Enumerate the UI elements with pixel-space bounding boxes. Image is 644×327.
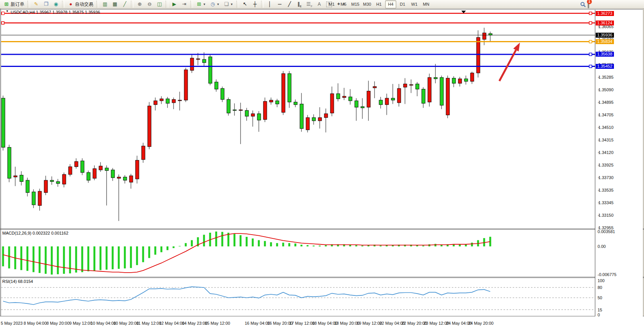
timeframe-button-h4[interactable]: H4: [385, 0, 396, 8]
candle[interactable]: [385, 98, 389, 105]
candle[interactable]: [142, 146, 145, 160]
candle[interactable]: [196, 59, 200, 60]
timeframe-button-m15[interactable]: M15: [350, 0, 361, 8]
candle[interactable]: [38, 191, 41, 205]
candle[interactable]: [239, 110, 242, 111]
candle[interactable]: [233, 110, 236, 111]
candle[interactable]: [184, 70, 188, 100]
candle[interactable]: [190, 58, 194, 70]
candle[interactable]: [75, 162, 78, 167]
candle[interactable]: [391, 98, 395, 100]
candle[interactable]: [154, 101, 157, 105]
candle[interactable]: [282, 74, 285, 113]
candle[interactable]: [288, 74, 291, 102]
cursor-button[interactable]: ↖: [241, 0, 250, 8]
zoom-in-button[interactable]: ⊕: [135, 0, 144, 8]
candle[interactable]: [263, 102, 267, 120]
candle[interactable]: [276, 101, 279, 104]
candle[interactable]: [269, 100, 273, 102]
candle[interactable]: [312, 117, 316, 121]
candle[interactable]: [397, 89, 401, 103]
candle[interactable]: [172, 100, 175, 103]
candle[interactable]: [470, 73, 474, 81]
indicators-button[interactable]: ⊞▼: [194, 0, 207, 8]
candle[interactable]: [245, 111, 249, 116]
tile-windows-button[interactable]: ◫: [155, 0, 164, 8]
channel-button[interactable]: ∥E: [295, 0, 304, 8]
candle[interactable]: [26, 180, 29, 192]
candle[interactable]: [14, 176, 17, 177]
candle[interactable]: [178, 100, 182, 101]
candle[interactable]: [294, 102, 297, 105]
candle[interactable]: [215, 82, 218, 89]
chart-menu-arrow-icon[interactable]: ▼: [6, 10, 9, 13]
hline-handle-icon[interactable]: [2, 12, 5, 15]
hline-handle-icon[interactable]: [589, 40, 592, 43]
candle[interactable]: [330, 94, 334, 113]
new-order-button[interactable]: ⊞新订单: [2, 0, 26, 8]
candle[interactable]: [367, 91, 370, 108]
candle[interactable]: [324, 114, 328, 117]
macd-panel-canvas[interactable]: [0, 230, 595, 277]
crosshair-button[interactable]: ┼: [250, 0, 260, 8]
candle[interactable]: [343, 96, 346, 97]
candle[interactable]: [160, 99, 163, 101]
candle[interactable]: [81, 161, 84, 173]
price-chart-canvas[interactable]: [0, 10, 595, 229]
candle[interactable]: [202, 59, 206, 63]
candle[interactable]: [20, 175, 23, 182]
candle[interactable]: [477, 37, 480, 73]
candle[interactable]: [166, 99, 169, 103]
candle[interactable]: [452, 78, 456, 84]
candle-chart-button[interactable]: ▦: [110, 0, 120, 8]
periods-button[interactable]: ◷▼: [208, 0, 221, 8]
candle[interactable]: [227, 100, 230, 113]
candle[interactable]: [410, 85, 413, 86]
price-axis[interactable]: 1.362601.360651.358701.356751.354801.352…: [595, 10, 643, 316]
candle[interactable]: [69, 167, 72, 174]
hline-handle-icon[interactable]: [589, 65, 592, 68]
candle[interactable]: [489, 33, 492, 35]
window-button[interactable]: ❐: [41, 0, 51, 8]
chat-button[interactable]: 1: [584, 1, 589, 8]
candle[interactable]: [373, 87, 376, 88]
candle[interactable]: [32, 192, 35, 205]
candle[interactable]: [422, 89, 425, 103]
shift-chart-button[interactable]: ⇥: [180, 0, 189, 8]
line-chart-button[interactable]: ╱: [120, 0, 129, 8]
candle[interactable]: [251, 114, 255, 116]
candle[interactable]: [318, 117, 322, 121]
trend-arrow-head[interactable]: [513, 43, 520, 51]
candle[interactable]: [379, 100, 383, 105]
autotrade-button[interactable]: ●自动交易: [66, 0, 95, 8]
candle[interactable]: [111, 170, 115, 178]
candle[interactable]: [403, 84, 407, 87]
candle[interactable]: [416, 84, 419, 89]
signal-button[interactable]: ◉: [51, 0, 61, 8]
timeframe-button-mn[interactable]: MN: [421, 0, 432, 8]
time-axis[interactable]: 5 May 20238 May 04:008 May 20:009 May 12…: [0, 316, 644, 327]
fibonacci-button[interactable]: ☰F: [305, 0, 314, 8]
candle[interactable]: [50, 180, 54, 181]
candle[interactable]: [458, 79, 462, 83]
candle[interactable]: [123, 177, 127, 181]
candle[interactable]: [44, 180, 48, 192]
candle[interactable]: [361, 106, 364, 108]
candle[interactable]: [99, 166, 102, 170]
candle[interactable]: [221, 89, 224, 100]
candle[interactable]: [464, 79, 468, 81]
panel-separator[interactable]: [0, 277, 644, 277]
candle[interactable]: [62, 175, 66, 184]
timeframe-button-m5[interactable]: M5: [338, 0, 349, 8]
timeframe-button-m30[interactable]: M30: [362, 0, 373, 8]
hline-handle-icon[interactable]: [589, 22, 592, 24]
candle[interactable]: [257, 114, 261, 120]
candle[interactable]: [306, 117, 309, 130]
hline-button[interactable]: ─: [275, 0, 284, 8]
candle[interactable]: [56, 182, 60, 184]
candle[interactable]: [87, 173, 90, 180]
candle[interactable]: [483, 33, 486, 40]
candle[interactable]: [300, 104, 303, 129]
zoom-out-button[interactable]: ⊖: [145, 0, 154, 8]
autoscroll-button[interactable]: ▶: [170, 0, 179, 8]
